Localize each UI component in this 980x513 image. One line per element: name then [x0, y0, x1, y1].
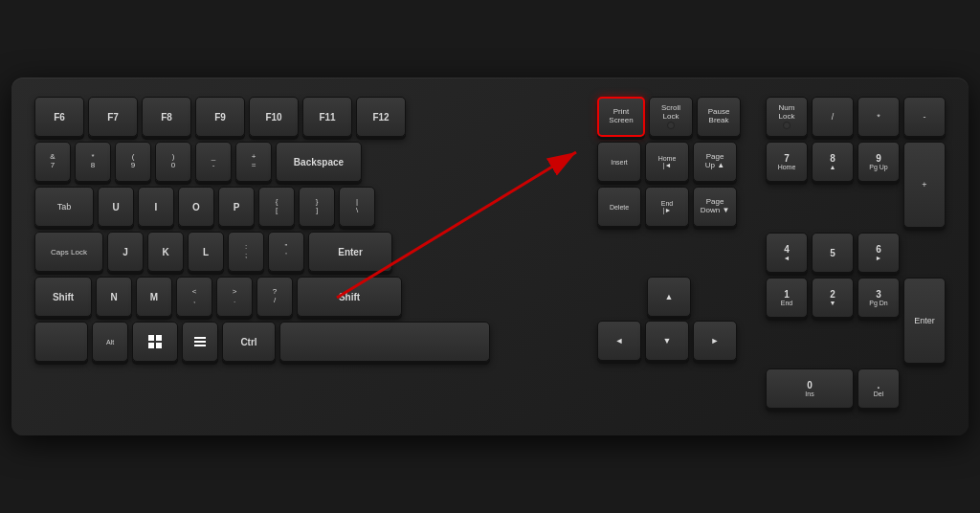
keyboard-wrapper: F6 F7 F8 F9 F10 F11 F12 &7 *8 (9 )0 — [11, 78, 969, 435]
key-num-minus[interactable]: - — [903, 97, 946, 137]
key-question[interactable]: ?/ — [256, 277, 293, 317]
key-star[interactable]: *8 — [75, 142, 111, 182]
key-ctrl-left[interactable] — [34, 322, 88, 362]
qwerty-row: Tab U I O P {[ }] |\ — [34, 187, 570, 227]
key-f11[interactable]: F11 — [302, 97, 352, 137]
key-shift-right[interactable]: Shift — [297, 277, 402, 317]
svg-rect-4 — [194, 337, 206, 339]
key-num-4[interactable]: 4◄ — [766, 233, 808, 273]
key-f10[interactable]: F10 — [249, 97, 299, 137]
key-num-5[interactable]: 5 — [812, 233, 854, 273]
main-keys: F6 F7 F8 F9 F10 F11 F12 &7 *8 (9 )0 — [34, 97, 570, 409]
key-pipe[interactable]: |\ — [339, 187, 375, 227]
key-n[interactable]: N — [96, 277, 132, 317]
key-u[interactable]: U — [98, 187, 134, 227]
key-num-1[interactable]: 1End — [766, 278, 808, 318]
key-tab[interactable]: Tab — [34, 187, 94, 227]
key-f7[interactable]: F7 — [88, 97, 138, 137]
key-paren-open[interactable]: (9 — [115, 142, 151, 182]
key-brace-open[interactable]: {[ — [258, 187, 295, 227]
key-num-divide[interactable]: / — [812, 97, 854, 137]
svg-rect-6 — [194, 345, 206, 346]
key-underscore[interactable]: _- — [195, 142, 232, 182]
svg-rect-3 — [156, 343, 162, 348]
key-brace-close[interactable]: }] — [299, 187, 335, 227]
key-paren-close[interactable]: )0 — [155, 142, 191, 182]
key-enter[interactable]: Enter — [308, 232, 392, 272]
key-quote[interactable]: "' — [268, 232, 304, 272]
key-num-enter[interactable]: Enter — [903, 278, 946, 364]
key-j[interactable]: J — [107, 232, 144, 272]
key-num-7[interactable]: 7Home — [766, 142, 808, 182]
fn-row: F6 F7 F8 F9 F10 F11 F12 — [34, 97, 570, 137]
key-insert[interactable]: Insert — [597, 142, 641, 182]
key-space[interactable] — [279, 322, 490, 362]
key-num-9[interactable]: 9Pg Up — [858, 142, 900, 182]
key-arrow-left[interactable]: ◄ — [597, 321, 641, 361]
key-i[interactable]: I — [138, 187, 174, 227]
key-plus[interactable]: += — [235, 142, 272, 182]
key-num-8[interactable]: 8▲ — [812, 142, 854, 182]
key-ctrl-right[interactable]: Ctrl — [222, 322, 276, 362]
key-num-dot[interactable]: .Del — [858, 368, 900, 409]
key-arrow-up[interactable]: ▲ — [647, 277, 691, 317]
key-arrow-down[interactable]: ▼ — [645, 321, 689, 361]
number-row: &7 *8 (9 )0 _- += Backspace — [34, 142, 570, 182]
key-backspace[interactable]: Backspace — [276, 142, 362, 182]
key-print-screen[interactable]: PrintScreen — [597, 97, 645, 137]
key-alt-left[interactable]: Alt — [92, 322, 128, 362]
key-win[interactable] — [132, 322, 178, 362]
key-home[interactable]: Home|◄ — [645, 142, 689, 182]
key-menu[interactable] — [182, 322, 218, 362]
key-num-plus[interactable]: + — [903, 142, 946, 228]
key-gt[interactable]: >. — [216, 277, 253, 317]
right-section: PrintScreen ScrollLock PauseBreak Insert — [597, 97, 946, 409]
keyboard: F6 F7 F8 F9 F10 F11 F12 &7 *8 (9 )0 — [11, 78, 969, 435]
key-pause-break[interactable]: PauseBreak — [697, 97, 741, 137]
shift-row: Shift N M <, >. ?/ Shift — [34, 277, 570, 317]
key-num-6[interactable]: 6► — [858, 233, 900, 273]
key-num-lock[interactable]: NumLock — [766, 97, 808, 137]
key-f8[interactable]: F8 — [142, 97, 191, 137]
key-p[interactable]: P — [218, 187, 255, 227]
key-colon[interactable]: :; — [228, 232, 264, 272]
home-row: Caps Lock J K L :; "' Enter — [34, 232, 570, 272]
svg-rect-0 — [148, 335, 154, 341]
svg-rect-5 — [194, 341, 206, 343]
key-num-multiply[interactable]: * — [858, 97, 900, 137]
bottom-row: Alt Ctrl — [34, 322, 570, 362]
key-delete[interactable]: Delete — [597, 187, 641, 227]
key-ampersand[interactable]: &7 — [34, 142, 71, 182]
key-page-up[interactable]: PageUp ▲ — [693, 142, 737, 182]
key-page-down[interactable]: PageDown ▼ — [693, 187, 737, 227]
key-num-0[interactable]: 0Ins — [766, 368, 854, 409]
key-m[interactable]: M — [136, 277, 172, 317]
key-f9[interactable]: F9 — [195, 97, 245, 137]
key-num-3[interactable]: 3Pg Dn — [858, 278, 900, 318]
key-o[interactable]: O — [178, 187, 214, 227]
key-caps[interactable]: Caps Lock — [34, 232, 103, 272]
svg-rect-2 — [148, 343, 154, 348]
key-end[interactable]: End|► — [645, 187, 689, 227]
key-f6[interactable]: F6 — [34, 97, 84, 137]
key-l[interactable]: L — [188, 232, 224, 272]
key-num-2[interactable]: 2▼ — [812, 278, 854, 318]
key-lt[interactable]: <, — [176, 277, 212, 317]
key-k[interactable]: K — [147, 232, 184, 272]
key-scroll-lock[interactable]: ScrollLock — [649, 97, 693, 137]
key-shift-left[interactable]: Shift — [34, 277, 92, 317]
key-arrow-right[interactable]: ► — [693, 321, 737, 361]
key-f12[interactable]: F12 — [356, 97, 406, 137]
svg-rect-1 — [156, 335, 162, 341]
